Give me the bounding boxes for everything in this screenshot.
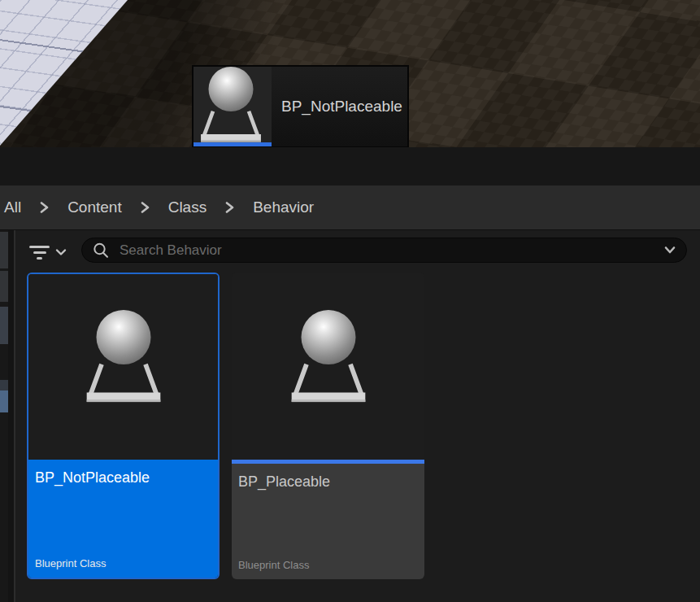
sphere-icon [301,310,355,364]
sphere-icon [96,310,150,364]
breadcrumb-item-content[interactable]: Content [67,198,122,216]
content-drawer-header-band [0,147,700,185]
asset-thumbnail [28,274,218,460]
panel-gutter [8,230,14,602]
asset-title: BP_NotPlaceable [35,469,211,486]
unreal-editor-window: BP_NotPlaceable All Content Class Behavi… [0,0,700,602]
asset-label-area: BP_Placeable Blueprint Class [232,464,424,579]
sources-panel-edge [0,230,8,602]
blueprint-sphere-icon [193,67,268,143]
blueprint-sphere-icon [78,310,169,404]
sphere-icon [209,67,254,111]
sources-item-edge-selected [0,390,8,412]
pedestal-icon [84,360,163,404]
asset-tile-bp-placeable[interactable]: BP_Placeable Blueprint Class [232,273,424,579]
chevron-right-icon [224,201,235,214]
asset-thumbnail [232,273,424,460]
search-icon [92,242,110,260]
filter-button[interactable] [29,241,72,264]
breadcrumb-item-all[interactable]: All [4,198,21,216]
asset-title: BP_Placeable [238,473,418,491]
drag-preview-thumbnail [193,67,272,146]
drag-progress-underline [193,142,272,146]
breadcrumb: All Content Class Behavior [0,185,700,230]
chevron-right-icon [140,201,150,214]
sources-item-edge [0,271,8,302]
filter-funnel-icon [29,246,50,260]
sources-item-edge [0,232,8,268]
drag-preview-label: BP_NotPlaceable [272,67,407,146]
asset-tile-bp-notplaceable[interactable]: BP_NotPlaceable Blueprint Class [27,273,220,579]
search-bar [81,238,687,263]
content-browser: BP_NotPlaceable Blueprint Class [0,230,700,602]
search-options-button[interactable] [663,246,676,255]
drag-preview-tooltip: BP_NotPlaceable [192,65,409,147]
sources-item-edge [0,307,8,344]
asset-grid: BP_NotPlaceable Blueprint Class [27,273,424,579]
level-viewport[interactable]: BP_NotPlaceable [0,0,700,147]
breadcrumb-item-class[interactable]: Class [168,198,207,216]
chevron-right-icon [39,201,50,214]
chevron-down-icon [55,248,67,256]
pedestal-icon [198,107,263,143]
asset-label-area: BP_NotPlaceable Blueprint Class [28,460,218,578]
asset-type-label: Blueprint Class [238,559,309,571]
panel-splitter[interactable] [14,230,15,602]
pedestal-icon [289,360,368,404]
sources-item-edge [0,380,8,390]
breadcrumb-item-behavior[interactable]: Behavior [253,198,314,216]
blueprint-sphere-icon [283,310,374,404]
asset-type-label: Blueprint Class [35,557,106,569]
chevron-down-icon [663,246,676,255]
search-input[interactable] [118,242,663,260]
